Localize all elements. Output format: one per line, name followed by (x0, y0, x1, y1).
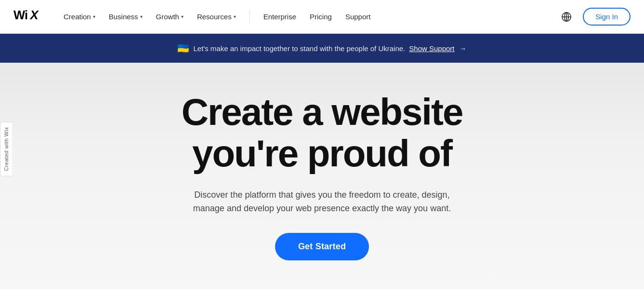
show-support-link[interactable]: Show Support (409, 44, 454, 53)
ukraine-flag-emoji: 🇺🇦 (177, 42, 189, 54)
svg-text:X: X (29, 8, 39, 22)
nav-business-chevron: ▾ (140, 14, 143, 19)
nav-right: Sign In (558, 8, 631, 26)
banner-text: Let's make an impact together to stand w… (193, 44, 405, 53)
banner-arrow: → (460, 44, 467, 53)
nav-creation-chevron: ▾ (93, 14, 95, 19)
nav-growth-chevron: ▾ (181, 14, 184, 19)
ukraine-banner: 🇺🇦 Let's make an impact together to stan… (0, 34, 644, 63)
hero-title-line1: Create a website (182, 91, 463, 133)
nav-creation[interactable]: Creation ▾ (58, 9, 101, 25)
svg-text:Wi: Wi (13, 8, 27, 22)
nav-links-left: Creation ▾ Business ▾ Growth ▾ Resources… (58, 9, 558, 25)
hero-title-line2: you're proud of (192, 132, 452, 175)
created-with-wix-badge[interactable]: Created with Wix (0, 122, 12, 176)
nav-growth-label: Growth (156, 13, 179, 21)
globe-icon (561, 12, 572, 22)
logo-text: Wi X (13, 6, 42, 27)
language-selector-button[interactable] (558, 8, 575, 26)
nav-growth[interactable]: Growth ▾ (150, 9, 189, 25)
nav-business[interactable]: Business ▾ (103, 9, 148, 25)
nav-enterprise[interactable]: Enterprise (258, 9, 302, 25)
hero-title: Create a website you're proud of (182, 92, 463, 175)
nav-divider (250, 10, 250, 24)
nav-support-label: Support (345, 13, 371, 21)
get-started-label: Get Started (298, 242, 346, 251)
wix-logo[interactable]: Wi X (13, 6, 42, 27)
signin-label: Sign In (595, 13, 618, 21)
nav-business-label: Business (109, 13, 138, 21)
hero-section: Create a website you're proud of Discove… (0, 63, 644, 289)
main-navbar: Wi X Creation ▾ Business ▾ Growth ▾ Reso… (0, 0, 644, 34)
wix-logo-svg: Wi X (13, 6, 42, 24)
show-support-label: Show Support (409, 44, 454, 53)
nav-enterprise-label: Enterprise (263, 13, 296, 21)
nav-resources-chevron: ▾ (234, 14, 236, 19)
get-started-button[interactable]: Get Started (275, 233, 369, 260)
nav-resources-label: Resources (197, 13, 232, 21)
nav-support[interactable]: Support (340, 9, 377, 25)
side-badge-text: Created with Wix (3, 127, 9, 171)
nav-pricing-label: Pricing (310, 13, 332, 21)
hero-subtitle: Discover the platform that gives you the… (187, 188, 457, 216)
nav-pricing[interactable]: Pricing (304, 9, 338, 25)
nav-creation-label: Creation (64, 13, 91, 21)
nav-resources[interactable]: Resources ▾ (191, 9, 242, 25)
signin-button[interactable]: Sign In (583, 8, 631, 26)
